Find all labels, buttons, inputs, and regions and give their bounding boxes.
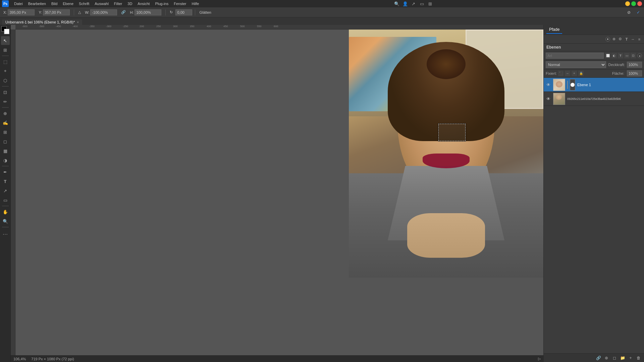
search-icon-top[interactable]: 🔍 bbox=[393, 0, 400, 7]
cancel-transform-button[interactable]: ⊘ bbox=[625, 9, 633, 16]
brush-tool[interactable]: ✍ bbox=[1, 118, 10, 127]
pen-tool[interactable]: ✒ bbox=[1, 168, 10, 176]
heal-tool[interactable]: ⊕ bbox=[1, 109, 10, 118]
new-layer-icon[interactable]: + bbox=[627, 355, 634, 361]
filter-smart-icon[interactable]: ⊡ bbox=[631, 53, 636, 58]
lock-all-icon[interactable]: 🔒 bbox=[578, 71, 584, 76]
panel-T-icon[interactable]: T bbox=[624, 37, 629, 42]
account-icon[interactable]: 👤 bbox=[401, 0, 409, 7]
link-icon[interactable]: 🔗 bbox=[120, 10, 127, 14]
add-style-icon[interactable]: ⊕ bbox=[603, 355, 610, 361]
filter-text-icon[interactable]: T bbox=[618, 53, 623, 58]
crop-tool[interactable]: ⊡ bbox=[1, 88, 10, 97]
path-select-tool[interactable]: ↗ bbox=[1, 186, 10, 195]
window-controls bbox=[625, 1, 642, 6]
layers-search-input[interactable] bbox=[546, 53, 604, 59]
panel-more-icon[interactable]: ≡ bbox=[637, 37, 642, 42]
eyedropper-tool[interactable]: ✏ bbox=[1, 97, 10, 106]
background-color[interactable] bbox=[4, 29, 9, 34]
menu-datei[interactable]: Datei bbox=[11, 1, 25, 6]
delete-layer-icon[interactable]: 🗑 bbox=[635, 355, 642, 361]
hand-tool[interactable]: ✋ bbox=[1, 207, 10, 216]
menu-3d[interactable]: 3D bbox=[125, 1, 135, 6]
link-layers-icon[interactable]: 🔗 bbox=[595, 355, 602, 361]
window-icon[interactable]: ⊞ bbox=[427, 0, 434, 7]
maximize-button[interactable] bbox=[631, 1, 636, 6]
ruler-top: -600 -500 -450 -400 -350 -300 -250 200 2… bbox=[15, 25, 543, 29]
canvas-container bbox=[15, 29, 543, 355]
rotation-input[interactable] bbox=[175, 9, 192, 15]
tool-separator-3 bbox=[2, 107, 9, 108]
ruler-left bbox=[11, 29, 15, 362]
layer-1-thumbnail bbox=[553, 79, 565, 91]
blend-mode-dropdown[interactable]: Normal bbox=[546, 61, 606, 68]
new-group-icon[interactable]: 📁 bbox=[619, 355, 626, 361]
zoom-tool[interactable]: 🔍 bbox=[1, 217, 10, 226]
panel-settings-icon[interactable]: ⚙ bbox=[618, 37, 623, 42]
extras-tool[interactable]: … bbox=[1, 229, 10, 237]
add-mask-icon[interactable]: ◻ bbox=[611, 355, 618, 361]
w-input[interactable] bbox=[90, 9, 117, 15]
filter-adjust-icon[interactable]: ◐ bbox=[611, 53, 617, 58]
tool-separator-1 bbox=[2, 56, 9, 56]
layer-1-visibility-icon[interactable]: 👁 bbox=[546, 82, 551, 87]
quick-select-tool[interactable]: ⬡ bbox=[1, 76, 10, 85]
layers-filter-toggle[interactable]: ● bbox=[637, 53, 642, 58]
artboard-tool[interactable]: ⊞ bbox=[1, 46, 10, 54]
layers-filter-icons: ⬜ ◐ T ▭ ⊡ bbox=[605, 53, 636, 58]
tab-close-button[interactable]: × bbox=[77, 20, 79, 24]
lock-position-icon[interactable]: ↔ bbox=[565, 71, 570, 76]
rotation-icon: ↻ bbox=[168, 10, 174, 14]
gradient-tool[interactable]: ▦ bbox=[1, 146, 10, 155]
share-icon[interactable]: ↗ bbox=[410, 0, 417, 7]
canvas-dark-area bbox=[15, 29, 349, 355]
menu-plugins[interactable]: Plug-ins bbox=[152, 1, 171, 6]
opacity-input[interactable] bbox=[627, 62, 642, 68]
confirm-transform-button[interactable]: ✓ bbox=[635, 9, 642, 16]
filter-shape-icon[interactable]: ▭ bbox=[624, 53, 630, 58]
menu-ebene[interactable]: Ebene bbox=[60, 1, 76, 6]
stamp-tool[interactable]: ⊞ bbox=[1, 128, 10, 136]
photo-hands bbox=[407, 213, 485, 258]
menu-schrift[interactable]: Schrift bbox=[76, 1, 92, 6]
layer-bg-visibility-icon[interactable]: 👁 bbox=[546, 96, 551, 102]
lasso-tool[interactable]: ⌖ bbox=[1, 67, 10, 75]
menu-bar: Ps Datei Bearbeiten Bild Ebene Schrift A… bbox=[0, 0, 644, 7]
menu-bild[interactable]: Bild bbox=[49, 1, 60, 6]
x-input[interactable] bbox=[8, 9, 35, 15]
menu-filter[interactable]: Filter bbox=[111, 1, 125, 6]
layer-item-1[interactable]: 👁 Ebene 1 bbox=[544, 78, 644, 92]
h-input[interactable] bbox=[135, 9, 161, 15]
filter-pixel-icon[interactable]: ⬜ bbox=[605, 53, 610, 58]
menu-hilfe[interactable]: Hilfe bbox=[189, 1, 202, 6]
eraser-tool[interactable]: ◻ bbox=[1, 137, 10, 146]
menu-auswahl[interactable]: Auswahl bbox=[92, 1, 111, 6]
blend-mode-label: Glätten bbox=[199, 10, 211, 14]
panel-arrange-icon[interactable]: ↔ bbox=[630, 37, 636, 42]
y-label: Y: bbox=[39, 10, 42, 14]
minimize-button[interactable] bbox=[625, 1, 630, 6]
shapes-tool[interactable]: ▭ bbox=[1, 196, 10, 204]
tab-pfade[interactable]: Pfade bbox=[546, 26, 562, 34]
move-tool[interactable]: ↖ bbox=[1, 36, 10, 45]
close-button[interactable] bbox=[637, 1, 642, 6]
dodge-tool[interactable]: ◑ bbox=[1, 156, 10, 165]
active-tab[interactable]: Unbenannt-1 bei 106% (Ebene 1, RGB/8)* × bbox=[2, 19, 82, 25]
separator-1 bbox=[74, 9, 74, 15]
layers-panel: Ebenen ⬜ ◐ T ▭ ⊡ ● Normal Deckkraft bbox=[544, 44, 644, 362]
layer-item-bg[interactable]: 👁 09265c211e010a725e3ba4623a92b5b6 bbox=[544, 92, 644, 106]
panel-options-button[interactable]: ● bbox=[605, 37, 610, 42]
menu-fenster[interactable]: Fenster bbox=[171, 1, 189, 6]
zoom-level: 106,4% bbox=[13, 357, 26, 361]
panel-create-icon[interactable]: ⊕ bbox=[611, 37, 616, 42]
separator-2 bbox=[165, 9, 166, 15]
marquee-tool[interactable]: ⬚ bbox=[1, 57, 10, 66]
y-input[interactable] bbox=[43, 9, 70, 15]
lock-artboard-icon[interactable]: + bbox=[572, 71, 577, 76]
fill-input[interactable] bbox=[627, 70, 642, 76]
text-tool[interactable]: T bbox=[1, 177, 10, 186]
menu-ansicht[interactable]: Ansicht bbox=[135, 1, 152, 6]
arrange-icon[interactable]: ▭ bbox=[418, 0, 426, 7]
lock-pixels-icon[interactable]: ⬛ bbox=[558, 71, 564, 76]
menu-bearbeiten[interactable]: Bearbeiten bbox=[25, 1, 49, 6]
